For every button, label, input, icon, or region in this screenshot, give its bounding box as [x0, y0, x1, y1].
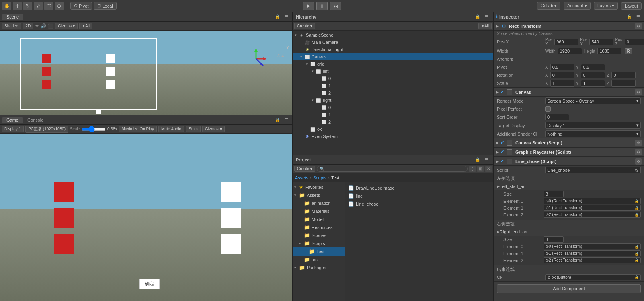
- breadcrumb-segment-Scripts[interactable]: Scripts: [313, 175, 327, 180]
- hierarchy-item-0[interactable]: ⬜0: [293, 104, 493, 111]
- file-item-Line_chose[interactable]: 📄Line_chose: [347, 200, 492, 208]
- project-view-btn1[interactable]: ⋮: [469, 166, 476, 172]
- resolution-button[interactable]: PC正常 (1920x1080): [25, 126, 68, 133]
- pause-button[interactable]: ⏸: [316, 2, 328, 10]
- folder-item-animation[interactable]: 📁animation: [293, 199, 345, 207]
- hierarchy-item-right[interactable]: ▾⬜right: [293, 97, 493, 104]
- light-icon[interactable]: ☀: [35, 23, 39, 29]
- folder-item-Test[interactable]: 📁Test: [293, 247, 345, 256]
- hierarchy-menu-icon[interactable]: ☰: [483, 14, 490, 19]
- folder-item-Model[interactable]: 📁Model: [293, 215, 345, 223]
- project-lock-icon[interactable]: 🔒: [474, 157, 482, 162]
- canvas-scaler-gear-icon[interactable]: ⚙: [635, 140, 642, 146]
- game-menu-icon[interactable]: ☰: [283, 117, 290, 122]
- all-button[interactable]: ✦All: [79, 23, 92, 29]
- project-view-btn2[interactable]: ⊞: [477, 166, 484, 172]
- hierarchy-item-left[interactable]: ▾⬜left: [293, 68, 493, 75]
- sort-order-field[interactable]: [545, 114, 569, 120]
- ok-field[interactable]: ⊙ ok (Button) 🔒: [545, 274, 641, 280]
- game-gizmos-button[interactable]: Gizmos ▾: [202, 126, 225, 132]
- right-size-field[interactable]: [544, 236, 564, 243]
- scene-menu-icon[interactable]: ☰: [283, 14, 290, 19]
- mute-button[interactable]: Mute Audio: [158, 126, 184, 132]
- canvas-scaler-header[interactable]: ▶ ✔ Canvas Scaler (Script) ⚙: [494, 138, 644, 147]
- project-close-btn[interactable]: ✕: [485, 166, 492, 172]
- play-button[interactable]: ▶: [303, 2, 314, 10]
- step-button[interactable]: ⏭: [330, 2, 341, 10]
- hierarchy-item-1[interactable]: ⬜1: [293, 111, 493, 118]
- pivoty-field[interactable]: [581, 64, 605, 70]
- folder-item-Scenes[interactable]: 📁Scenes: [293, 231, 345, 239]
- layers-button[interactable]: Layers ▾: [594, 2, 618, 10]
- file-item-line[interactable]: 📄line: [347, 192, 492, 200]
- maximize-button[interactable]: Maximize On Play: [119, 126, 157, 132]
- scalex-field[interactable]: [550, 80, 574, 87]
- pivot-button[interactable]: ⊙ Pivot: [70, 2, 92, 10]
- hierarchy-item-Main Camera[interactable]: 🎥Main Camera: [293, 39, 493, 46]
- script-dropdown[interactable]: Line_chose ◎: [545, 167, 641, 173]
- left-el2-field[interactable]: ⊙2 (Rect Transform) 🔒: [544, 212, 641, 218]
- project-search-input[interactable]: 🔍: [317, 166, 468, 172]
- scaley-field[interactable]: [581, 80, 605, 87]
- pixel-perfect-checkbox[interactable]: [545, 106, 551, 112]
- posx-field[interactable]: [554, 39, 578, 45]
- local-button[interactable]: ⊞ Local: [94, 2, 116, 10]
- left-el0-field[interactable]: ⊙0 (Rect Transform) 🔒: [544, 198, 641, 204]
- tab-console[interactable]: Console: [23, 117, 47, 123]
- move-tool-icon[interactable]: ✛: [13, 2, 22, 10]
- right-el0-field[interactable]: ⊙0 (Rect Transform) 🔒: [544, 243, 641, 249]
- hierarchy-item-2[interactable]: ⬜2: [293, 89, 493, 97]
- rotate-tool-icon[interactable]: ↻: [23, 2, 32, 10]
- right-el2-field[interactable]: ⊙2 (Rect Transform) 🔒: [544, 257, 641, 263]
- transform-tool-icon[interactable]: ⊕: [55, 2, 64, 10]
- game-lock-icon[interactable]: 🔒: [273, 117, 281, 122]
- height-field[interactable]: [597, 48, 621, 54]
- line-chose-gear-icon[interactable]: ⚙: [635, 158, 642, 165]
- additional-shader-dropdown[interactable]: Nothing ▾: [545, 130, 641, 137]
- render-mode-dropdown[interactable]: Screen Space - Overlay ▾: [545, 97, 641, 104]
- hierarchy-item-Directional Light[interactable]: ☀Directional Light: [293, 46, 493, 53]
- shaded-button[interactable]: Shaded: [2, 23, 21, 29]
- rect-gear-icon[interactable]: ⚙: [635, 23, 642, 29]
- hierarchy-item-EventSystem[interactable]: ⚙EventSystem: [293, 133, 493, 140]
- file-item-DrawLineUseImage[interactable]: 📄DrawLineUseImage: [347, 184, 492, 192]
- hand-tool-icon[interactable]: ✋: [2, 2, 11, 10]
- add-component-button[interactable]: Add Component: [497, 284, 641, 293]
- folder-item-Materials[interactable]: 📁Materials: [293, 207, 345, 215]
- rotz-field[interactable]: [611, 72, 636, 78]
- left-el1-field[interactable]: ⊙1 (Rect Transform) 🔒: [544, 205, 641, 211]
- layout-button[interactable]: Layout: [621, 2, 642, 10]
- account-button[interactable]: Account ▾: [564, 2, 591, 10]
- hierarchy-lock-icon[interactable]: 🔒: [474, 14, 482, 19]
- pivotx-field[interactable]: [550, 64, 574, 70]
- inspector-menu-icon[interactable]: ☰: [635, 14, 642, 19]
- game-ok-button[interactable]: 确定: [139, 279, 160, 289]
- roty-field[interactable]: [581, 72, 605, 78]
- hierarchy-item-SampleScene[interactable]: ▾◈SampleScene: [293, 31, 493, 39]
- right-el1-field[interactable]: ⊙1 (Rect Transform) 🔒: [544, 250, 641, 256]
- left-size-field[interactable]: [544, 191, 564, 197]
- gizmos-button[interactable]: Gizmos ▾: [55, 23, 78, 29]
- inspector-lock-icon[interactable]: 🔒: [625, 14, 633, 19]
- rect-tool-icon[interactable]: ⬚: [44, 2, 53, 10]
- target-display-dropdown[interactable]: Display 1 ▾: [545, 122, 641, 129]
- stats-button[interactable]: Stats: [186, 126, 201, 132]
- scalez-field[interactable]: [611, 80, 636, 87]
- canvas-gear-icon[interactable]: ⚙: [635, 89, 642, 95]
- breadcrumb-segment-Assets[interactable]: Assets: [295, 175, 308, 180]
- scale-tool-icon[interactable]: ⤢: [34, 2, 43, 10]
- rect-transform-header[interactable]: ▶ ⊞ Rect Transform ⚙: [494, 22, 644, 31]
- hierarchy-create-button[interactable]: Create ▾: [294, 23, 315, 29]
- folder-item-Favorites[interactable]: ▾★Favorites: [293, 183, 345, 191]
- folder-item-Assets[interactable]: ▾📁Assets: [293, 191, 345, 199]
- hierarchy-item-Canvas[interactable]: ▾⬜Canvas: [293, 53, 493, 60]
- canvas-header[interactable]: ▶ ✔ Canvas ⚙: [494, 88, 644, 97]
- scene-lock-icon[interactable]: 🔒: [273, 14, 281, 19]
- folder-item-Resources[interactable]: 📁Resources: [293, 223, 345, 231]
- folder-item-Packages[interactable]: ▾📁Packages: [293, 264, 345, 272]
- constrain-icon[interactable]: R: [625, 48, 632, 54]
- hierarchy-item-1[interactable]: ⬜1: [293, 82, 493, 89]
- effects-icon[interactable]: ⬛: [48, 23, 53, 29]
- project-menu-icon[interactable]: ☰: [483, 157, 490, 162]
- posz-field[interactable]: [625, 39, 644, 45]
